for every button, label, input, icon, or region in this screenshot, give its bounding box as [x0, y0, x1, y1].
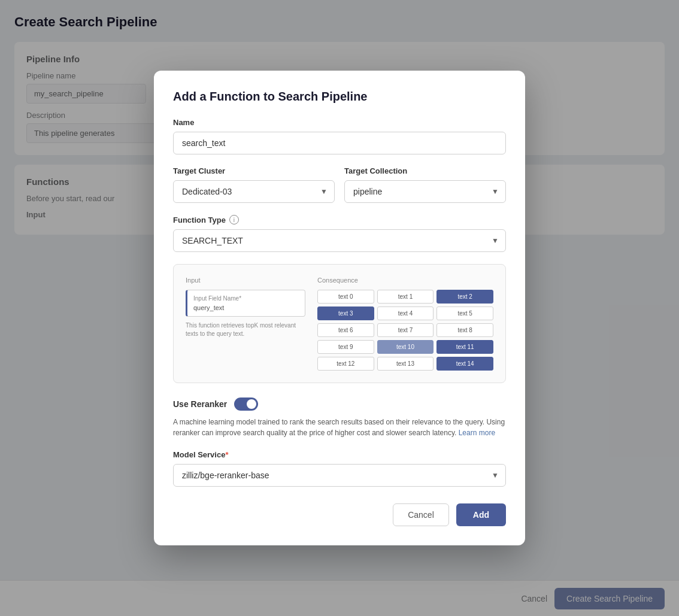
reranker-label: Use Reranker	[173, 399, 227, 409]
diagram-consequence-section: Consequence text 0text 1text 2text 3text…	[317, 277, 493, 371]
text-cell: text 4	[377, 307, 434, 320]
reranker-description: A machine learning model trained to rank…	[173, 417, 506, 438]
model-service-label: Model Service*	[173, 450, 506, 459]
text-cell: text 7	[377, 323, 434, 337]
cluster-collection-row: Target Cluster Dedicated-03 ▼ Target Col…	[173, 166, 506, 203]
modal-footer: Cancel Add	[173, 503, 506, 526]
reranker-toggle[interactable]: ✓	[234, 397, 258, 411]
function-type-label-row: Function Type i	[173, 215, 506, 224]
cancel-button[interactable]: Cancel	[393, 503, 449, 526]
reranker-section: Use Reranker ✓ A machine learning model …	[173, 397, 506, 438]
name-input[interactable]	[173, 132, 506, 154]
input-field-value: query_text	[193, 304, 299, 311]
modal-title: Add a Function to Search Pipeline	[173, 90, 506, 104]
target-cluster-select[interactable]: Dedicated-03	[173, 180, 335, 203]
text-cell: text 8	[436, 323, 493, 337]
text-cell: text 6	[317, 323, 374, 337]
toggle-check-icon: ✓	[250, 401, 255, 407]
target-collection-group: Target Collection pipeline ▼	[344, 166, 506, 203]
function-type-info-icon[interactable]: i	[229, 215, 239, 224]
diagram-input-section: Input Input Field Name* query_text This …	[186, 277, 305, 338]
input-field-name-label: Input Field Name*	[193, 295, 299, 302]
function-diagram: Input Input Field Name* query_text This …	[173, 264, 506, 383]
consequence-label: Consequence	[317, 277, 493, 284]
text-grid: text 0text 1text 2text 3text 4text 5text…	[317, 290, 493, 371]
target-cluster-group: Target Cluster Dedicated-03 ▼	[173, 166, 335, 203]
function-type-select[interactable]: SEARCH_TEXT	[173, 229, 506, 252]
learn-more-link[interactable]: Learn more	[459, 429, 495, 437]
model-service-required: *	[225, 450, 228, 459]
text-cell: text 10	[377, 340, 434, 354]
input-field-box: Input Field Name* query_text	[186, 290, 305, 317]
text-cell: text 11	[436, 340, 493, 354]
model-service-group: Model Service* zilliz/bge-reranker-base …	[173, 450, 506, 487]
text-cell: text 3	[317, 307, 374, 320]
target-collection-label: Target Collection	[344, 166, 506, 175]
model-service-wrapper: zilliz/bge-reranker-base ▼	[173, 464, 506, 487]
target-cluster-wrapper: Dedicated-03 ▼	[173, 180, 335, 203]
text-cell: text 12	[317, 357, 374, 371]
diagram-input-label: Input	[186, 277, 305, 284]
function-type-label: Function Type	[173, 216, 226, 224]
target-collection-wrapper: pipeline ▼	[344, 180, 506, 203]
reranker-header: Use Reranker ✓	[173, 397, 506, 411]
text-cell: text 5	[436, 307, 493, 320]
name-form-group: Name	[173, 118, 506, 154]
text-cell: text 0	[317, 290, 374, 304]
text-cell: text 2	[436, 290, 493, 304]
text-cell: text 14	[436, 357, 493, 371]
text-cell: text 1	[377, 290, 434, 304]
add-function-modal: Add a Function to Search Pipeline Name T…	[154, 71, 525, 545]
text-cell: text 13	[377, 357, 434, 371]
modal-overlay: Add a Function to Search Pipeline Name T…	[0, 0, 679, 616]
target-cluster-label: Target Cluster	[173, 166, 335, 175]
model-service-select[interactable]: zilliz/bge-reranker-base	[173, 464, 506, 487]
input-description: This function retrieves topK most releva…	[186, 321, 305, 338]
text-cell: text 9	[317, 340, 374, 354]
function-type-group: Function Type i SEARCH_TEXT ▼	[173, 215, 506, 252]
diagram-inner: Input Input Field Name* query_text This …	[186, 277, 493, 371]
target-collection-select[interactable]: pipeline	[344, 180, 506, 203]
add-button[interactable]: Add	[456, 503, 506, 526]
name-label: Name	[173, 118, 506, 127]
function-type-wrapper: SEARCH_TEXT ▼	[173, 229, 506, 252]
